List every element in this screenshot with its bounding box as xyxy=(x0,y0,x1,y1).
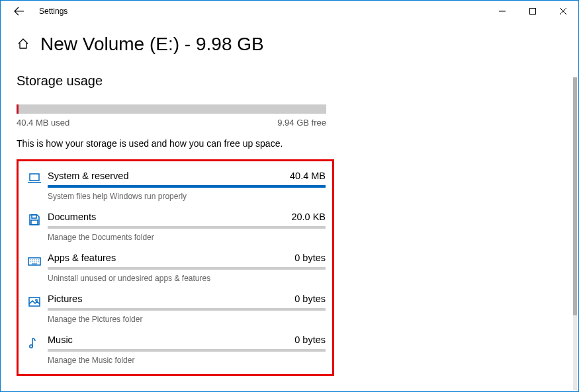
page-header: New Volume (E:) - 9.98 GB xyxy=(17,34,562,55)
svg-rect-2 xyxy=(32,215,36,218)
category-music[interactable]: Music0 bytes Manage the Music folder xyxy=(21,331,326,372)
category-bar xyxy=(48,349,326,352)
save-icon xyxy=(21,212,48,242)
category-hint: Manage the Documents folder xyxy=(48,233,326,242)
category-bar xyxy=(48,308,326,311)
category-bar xyxy=(48,185,326,188)
category-apps[interactable]: Apps & features0 bytes Uninstall unused … xyxy=(21,249,326,290)
picture-icon xyxy=(21,294,48,324)
back-button[interactable] xyxy=(6,1,32,22)
category-size: 0 bytes xyxy=(294,334,326,345)
category-size: 20.0 KB xyxy=(291,212,326,222)
category-name: System & reserved xyxy=(48,171,129,181)
overall-usage-bar xyxy=(17,104,326,114)
category-name: Pictures xyxy=(48,294,82,304)
category-size: 0 bytes xyxy=(294,253,326,263)
laptop-icon xyxy=(21,171,48,201)
category-pictures[interactable]: Pictures0 bytes Manage the Pictures fold… xyxy=(21,290,326,331)
scrollbar[interactable] xyxy=(573,77,577,390)
svg-rect-0 xyxy=(530,9,536,15)
category-name: Documents xyxy=(48,212,96,222)
svg-rect-1 xyxy=(30,174,39,180)
svg-point-6 xyxy=(36,299,38,301)
storage-description: This is how your storage is used and how… xyxy=(17,138,326,149)
category-bar xyxy=(48,226,326,229)
category-hint: Manage the Pictures folder xyxy=(48,315,326,324)
category-hint: Uninstall unused or undesired apps & fea… xyxy=(48,274,326,283)
svg-rect-3 xyxy=(31,220,38,225)
maximize-icon xyxy=(529,8,536,15)
category-documents[interactable]: Documents20.0 KB Manage the Documents fo… xyxy=(21,208,326,249)
close-icon xyxy=(560,8,566,15)
category-size: 0 bytes xyxy=(294,294,326,304)
keyboard-icon xyxy=(21,253,48,283)
category-hint: Manage the Music folder xyxy=(48,356,326,365)
section-heading: Storage usage xyxy=(17,73,326,89)
minimize-button[interactable] xyxy=(487,1,517,22)
category-name: Apps & features xyxy=(48,253,116,263)
maximize-button[interactable] xyxy=(517,1,548,22)
svg-rect-5 xyxy=(29,297,40,306)
category-bar xyxy=(48,267,326,270)
category-system[interactable]: System & reserved40.4 MB System files he… xyxy=(21,167,326,208)
free-label: 9.94 GB free xyxy=(277,118,326,128)
category-size: 40.4 MB xyxy=(290,171,326,181)
close-button[interactable] xyxy=(548,1,578,22)
category-hint: System files help Windows run properly xyxy=(48,192,326,201)
app-title: Settings xyxy=(32,7,67,16)
home-icon[interactable] xyxy=(17,37,30,52)
page-title: New Volume (E:) - 9.98 GB xyxy=(40,34,264,55)
overall-usage-fill xyxy=(17,104,19,114)
minimize-icon xyxy=(499,8,506,15)
categories-highlight: System & reserved40.4 MB System files he… xyxy=(17,159,334,376)
used-label: 40.4 MB used xyxy=(17,118,69,128)
scrollbar-thumb[interactable] xyxy=(573,77,577,315)
titlebar: Settings xyxy=(1,1,578,22)
music-icon xyxy=(21,334,48,365)
category-name: Music xyxy=(48,334,73,345)
back-arrow-icon xyxy=(14,6,24,17)
svg-point-7 xyxy=(30,345,32,348)
